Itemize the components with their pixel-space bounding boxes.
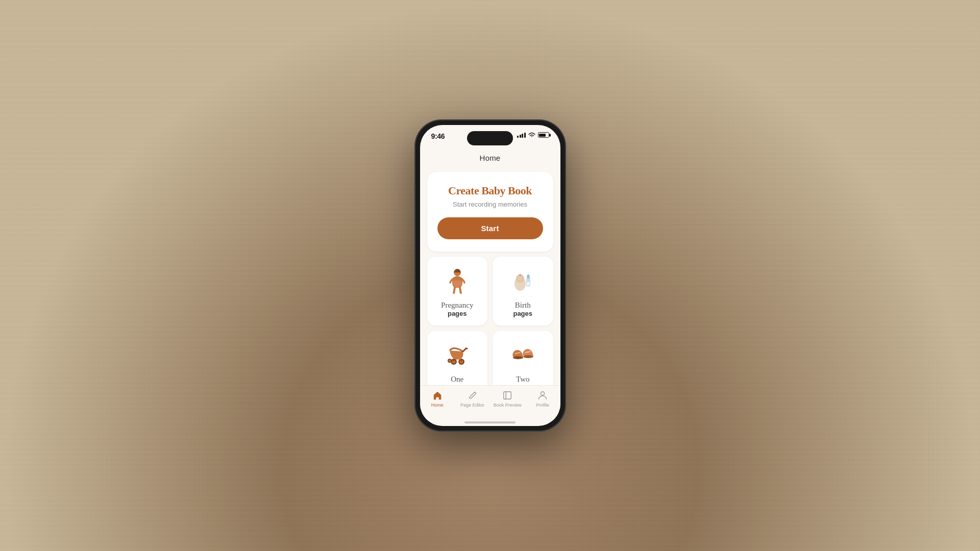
phone-device: 9:46 [415, 120, 566, 431]
birth-label-bold: pages [513, 310, 532, 317]
svg-point-4 [520, 274, 521, 276]
wifi-icon [528, 132, 535, 138]
svg-rect-8 [527, 282, 530, 286]
svg-point-21 [541, 392, 544, 395]
hero-card: Create Baby Book Start recording memorie… [427, 172, 553, 252]
one-month-label-script: One [451, 374, 463, 384]
start-button[interactable]: Start [437, 217, 543, 239]
two-months-label-script: Two [516, 374, 529, 384]
grid-section: Pregnancy pages [427, 257, 553, 385]
phone-screen: 9:46 [420, 125, 560, 426]
tab-profile[interactable]: Profile [529, 390, 557, 408]
tab-book-preview-label: Book Preview [494, 403, 522, 408]
nav-title: Home [420, 151, 560, 168]
person-icon [537, 390, 548, 401]
svg-point-17 [513, 356, 523, 359]
stroller-icon [442, 340, 473, 370]
book-icon [502, 390, 513, 401]
hero-title: Create Baby Book [437, 184, 543, 197]
battery-icon [538, 132, 549, 138]
pencil-icon [467, 390, 478, 401]
hero-subtitle: Start recording memories [437, 201, 543, 208]
pregnant-woman-icon [442, 266, 473, 296]
pregnancy-label-script: Pregnancy [441, 300, 473, 310]
tab-bar: Home Page Editor [420, 385, 560, 421]
status-icons [517, 132, 549, 138]
birth-label-script: Birth [515, 300, 531, 310]
svg-point-16 [449, 360, 451, 362]
tab-home[interactable]: Home [423, 390, 451, 408]
two-months-card[interactable]: Two months [493, 331, 553, 385]
tab-book-preview[interactable]: Book Preview [494, 390, 522, 408]
status-time: 9:46 [431, 132, 445, 140]
svg-rect-7 [527, 274, 529, 277]
baby-shoes-icon [507, 340, 538, 370]
one-month-card[interactable]: One month [427, 331, 488, 385]
signal-icon [517, 133, 526, 138]
birth-items-icon [507, 266, 538, 296]
phone-outer-shell: 9:46 [415, 120, 566, 431]
svg-point-3 [517, 275, 523, 281]
tab-page-editor-label: Page Editor [460, 403, 484, 408]
birth-card[interactable]: Birth pages [493, 257, 553, 325]
screen-content: Create Baby Book Start recording memorie… [420, 168, 560, 385]
svg-rect-19 [504, 392, 511, 399]
tab-home-label: Home [431, 403, 444, 408]
tab-page-editor[interactable]: Page Editor [458, 390, 486, 408]
svg-point-18 [523, 355, 533, 358]
home-indicator [420, 421, 560, 426]
tab-profile-label: Profile [536, 403, 549, 408]
home-icon [432, 390, 443, 401]
pregnancy-label-bold: pages [448, 310, 467, 317]
pregnancy-card[interactable]: Pregnancy pages [427, 257, 488, 325]
dynamic-island [467, 131, 513, 145]
